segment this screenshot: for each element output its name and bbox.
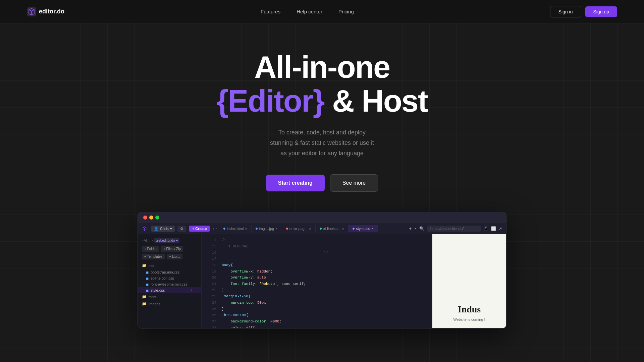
file-tabs: index.html × img-1.jpg × error-pag... × … (219, 225, 378, 232)
hero-cta-buttons: Start creating See more (266, 174, 378, 192)
sidebar-folder-fonts[interactable]: 📁 fonts (138, 293, 201, 300)
tab-dot (223, 228, 225, 230)
chevron-down-icon: ▾ (170, 227, 172, 231)
add-folder-button[interactable]: + Folder (142, 246, 159, 252)
sidebar-file-bootstrap[interactable]: ◼ bootstrap.min.css (138, 269, 201, 275)
project-badge: test.editor.do ● (154, 238, 179, 243)
toolbar-logo-icon (142, 226, 147, 231)
code-line-27: 27 background-color: #000; (202, 318, 432, 325)
nav-help-center[interactable]: Help center (297, 9, 322, 14)
user-name: Chris (160, 227, 169, 231)
add-tab-icon[interactable]: + (409, 226, 412, 231)
nav-actions: Sign in Sign up (550, 6, 617, 17)
add-library-button[interactable]: + Libr... (167, 254, 182, 259)
code-line-19: 19 overflow-x: hidden; (202, 268, 432, 275)
tab-dot (286, 228, 288, 230)
code-line-24: 24 margin-top: 50px; (202, 300, 432, 306)
tablet-view-icon[interactable]: ⬜ (491, 226, 496, 231)
code-line-20: 20 overflow-y: auto; (202, 275, 432, 281)
editor-toolbar: 👤 Chris ▾ ⚙ + Create ‹ › index.html × im… (138, 223, 506, 234)
more-options-icon[interactable]: ⋮ (190, 289, 193, 292)
sidebar-breadcrumb: ‹ All... › test.editor.do ● (138, 237, 201, 244)
close-tab-icon[interactable]: × (342, 227, 344, 231)
user-badge[interactable]: 👤 Chris ▾ (151, 226, 175, 232)
url-bar[interactable]: https://test.editor.do/ (427, 226, 481, 232)
css-file-icon: ◼ (146, 277, 149, 280)
external-link-icon[interactable]: ↗ (499, 226, 502, 231)
code-line-23: 23 .margin-t-50{ (202, 293, 432, 300)
preview-tagline: Website is coming ! (453, 317, 485, 321)
hero-headline: All-in-one {Editor} & Host (216, 50, 427, 118)
file-tab-etlineico[interactable]: et-lineico... × (316, 225, 349, 232)
sidebar-file-style-css[interactable]: ◼ style.css ⋮ (138, 287, 201, 293)
window-traffic-lights (143, 216, 159, 220)
signin-button[interactable]: Sign in (550, 6, 581, 17)
code-line-15: 15 1.GENERAL (202, 243, 432, 250)
code-line-16: 16 =====================================… (202, 250, 432, 256)
minimize-window-dot (149, 216, 153, 220)
sidebar-folder-images[interactable]: 📁 images (138, 300, 201, 307)
file-tab-index-html[interactable]: index.html × (219, 225, 252, 232)
add-files-button[interactable]: + Files / Zip (161, 246, 183, 252)
window-chrome (138, 212, 506, 223)
code-line-17: 17 (202, 256, 432, 262)
editor-body: ‹ All... › test.editor.do ● + Folder + F… (138, 234, 506, 328)
folder-icon: 📁 (142, 263, 147, 268)
nav-pricing[interactable]: Pricing (338, 9, 354, 14)
file-tab-img[interactable]: img-1.jpg × (252, 225, 282, 232)
sidebar-folder-css[interactable]: 📁 css (138, 262, 201, 269)
close-tab-icon[interactable]: × (275, 227, 277, 231)
file-tab-error[interactable]: error-pag... × (282, 225, 316, 232)
logo-text: editor.do (39, 8, 64, 15)
code-line-25: 25 } (202, 306, 432, 312)
brand-logo[interactable]: editor.do (27, 7, 64, 16)
tab-dot (320, 228, 322, 230)
toolbar-nav-buttons: ‹ › (213, 226, 217, 231)
close-window-dot (143, 216, 147, 220)
toolbar-settings-button[interactable]: ⚙ (177, 226, 186, 232)
toolbar-create-button[interactable]: + Create (189, 226, 210, 232)
editor-preview-container: 👤 Chris ▾ ⚙ + Create ‹ › index.html × im… (138, 212, 506, 328)
sidebar-file-font-awesome[interactable]: ◼ font-awesome.min.css (138, 281, 201, 287)
logo-icon (27, 7, 36, 16)
hero-subtitle: To create, code, host and deploy stunnin… (270, 127, 374, 158)
code-line-18: 18 body{ (202, 262, 432, 268)
add-templates-button[interactable]: + Templates (142, 254, 165, 259)
close-tab-icon[interactable]: × (245, 227, 247, 231)
user-avatar-icon: 👤 (154, 227, 159, 231)
code-line-28: 28 color: #fff; (202, 325, 432, 328)
file-tab-style-css[interactable]: style.css × (348, 225, 378, 232)
mobile-view-icon[interactable]: 📱 (483, 226, 488, 231)
code-editor[interactable]: 14 /* ==================================… (202, 234, 432, 328)
sidebar-file-buttons: + Folder + Files / Zip + Templates + Lib… (138, 244, 201, 262)
site-preview-panel: Indus Website is coming ! (432, 234, 506, 328)
toolbar-logo (142, 226, 147, 231)
navbar: editor.do Features Help center Pricing S… (0, 0, 644, 23)
css-file-icon: ◼ (146, 270, 149, 274)
see-more-button[interactable]: See more (330, 174, 378, 192)
maximize-window-dot (155, 216, 159, 220)
close-tab-icon[interactable]: × (309, 227, 311, 231)
nav-links: Features Help center Pricing (261, 9, 354, 14)
code-line-21: 21 font-family: 'Roboto', sans-serif; (202, 281, 432, 287)
back-icon[interactable]: ‹ (213, 226, 214, 231)
sidebar-file-etlineicon[interactable]: ◼ et-lineicon.css (138, 275, 201, 281)
toolbar-actions-right: + × 🔍 https://test.editor.do/ 📱 ⬜ ↗ (409, 226, 502, 232)
hero-editor-word: {Editor} (216, 84, 324, 118)
tab-dot (256, 228, 258, 230)
code-line-22: 22 } (202, 287, 432, 294)
code-line-14: 14 /* ==================================… (202, 237, 432, 243)
nav-features[interactable]: Features (261, 9, 280, 14)
css-file-icon: ◼ (146, 283, 149, 286)
search-icon[interactable]: 🔍 (419, 226, 424, 231)
hero-section: All-in-one {Editor} & Host To create, co… (0, 23, 644, 212)
close-tab-icon[interactable]: × (371, 227, 373, 231)
folder-icon: 📁 (142, 295, 147, 299)
folder-icon: 📁 (142, 302, 147, 306)
tab-dot (353, 228, 355, 230)
signup-button[interactable]: Sign up (585, 6, 617, 17)
start-creating-button[interactable]: Start creating (266, 175, 325, 191)
css-file-icon: ◼ (146, 289, 149, 292)
close-editor-icon[interactable]: × (414, 226, 417, 231)
forward-icon[interactable]: › (215, 226, 217, 231)
